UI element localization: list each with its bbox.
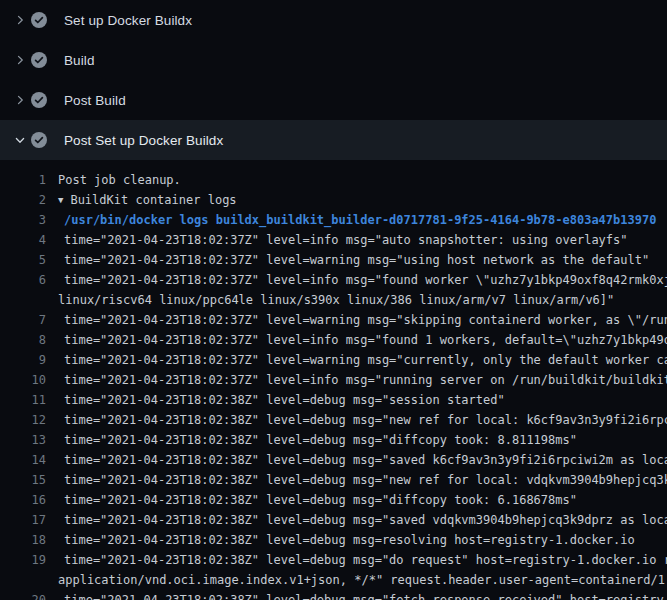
check-circle-icon — [31, 52, 47, 68]
line-number[interactable]: 19 — [0, 550, 46, 570]
log-line: 7 time="2021-04-23T18:02:37Z" level=warn… — [0, 310, 667, 330]
group-collapse-icon[interactable]: ▼ — [58, 190, 63, 210]
line-number[interactable]: 9 — [0, 350, 46, 370]
chevron-icon — [12, 12, 28, 28]
log-text: time="2021-04-23T18:02:38Z" level=debug … — [64, 550, 667, 570]
check-circle-icon — [31, 132, 47, 148]
step-row[interactable]: Set up Docker Buildx — [0, 0, 667, 40]
line-number[interactable]: 4 — [0, 230, 46, 250]
line-number[interactable]: 7 — [0, 310, 46, 330]
log-line: 9 time="2021-04-23T18:02:37Z" level=warn… — [0, 350, 667, 370]
log-text: application/vnd.oci.image.index.v1+json,… — [58, 570, 667, 590]
log-line: 14 time="2021-04-23T18:02:38Z" level=deb… — [0, 450, 667, 470]
log-line: 10 time="2021-04-23T18:02:37Z" level=inf… — [0, 370, 667, 390]
log-line: 18 time="2021-04-23T18:02:38Z" level=deb… — [0, 530, 667, 550]
log-text: time="2021-04-23T18:02:37Z" level=warnin… — [64, 250, 649, 270]
log-line: 3 /usr/bin/docker logs buildx_buildkit_b… — [0, 210, 667, 230]
log-text: time="2021-04-23T18:02:38Z" level=debug … — [64, 430, 577, 450]
log-text: Post job cleanup. — [58, 170, 181, 190]
log-text: linux/riscv64 linux/ppc64le linux/s390x … — [58, 290, 614, 310]
step-row[interactable]: Build — [0, 40, 667, 80]
log-text: time="2021-04-23T18:02:38Z" level=debug … — [64, 590, 667, 600]
line-number[interactable]: 20 — [0, 590, 46, 600]
line-number[interactable]: 3 — [0, 210, 46, 230]
log-line: 20 time="2021-04-23T18:02:38Z" level=deb… — [0, 590, 667, 600]
log-text: time="2021-04-23T18:02:37Z" level=info m… — [64, 330, 667, 350]
step-row[interactable]: Post Build — [0, 80, 667, 120]
log-text: time="2021-04-23T18:02:38Z" level=debug … — [64, 510, 667, 530]
chevron-icon — [12, 92, 28, 108]
log-text: time="2021-04-23T18:02:37Z" level=info m… — [64, 370, 667, 390]
log-line: 8 time="2021-04-23T18:02:37Z" level=info… — [0, 330, 667, 350]
log-line: 19 time="2021-04-23T18:02:38Z" level=deb… — [0, 550, 667, 570]
log-scroll-area[interactable]: 1 Post job cleanup. 2 ▼ BuildKit contain… — [0, 160, 667, 600]
steps-list: Set up Docker Buildx Build P — [0, 0, 667, 160]
line-number[interactable] — [0, 290, 46, 310]
log-line: application/vnd.oci.image.index.v1+json,… — [0, 570, 667, 590]
line-number[interactable]: 8 — [0, 330, 46, 350]
log-text: time="2021-04-23T18:02:38Z" level=debug … — [64, 470, 667, 490]
step-label: Set up Docker Buildx — [64, 13, 192, 28]
line-number[interactable]: 2 — [0, 190, 46, 210]
line-number[interactable]: 1 — [0, 170, 46, 190]
line-number[interactable]: 14 — [0, 450, 46, 470]
line-number[interactable]: 6 — [0, 270, 46, 290]
line-number[interactable]: 16 — [0, 490, 46, 510]
log-line: 16 time="2021-04-23T18:02:38Z" level=deb… — [0, 490, 667, 510]
log-text: time="2021-04-23T18:02:37Z" level=info m… — [64, 230, 628, 250]
step-row[interactable]: Post Set up Docker Buildx — [0, 120, 667, 160]
line-number[interactable]: 17 — [0, 510, 46, 530]
check-circle-icon — [31, 92, 47, 108]
log-line: 4 time="2021-04-23T18:02:37Z" level=info… — [0, 230, 667, 250]
line-number[interactable]: 5 — [0, 250, 46, 270]
log-line: 1 Post job cleanup. — [0, 170, 667, 190]
check-circle-icon — [31, 12, 47, 28]
actions-log-viewer: Set up Docker Buildx Build P — [0, 0, 667, 600]
log-line: 17 time="2021-04-23T18:02:38Z" level=deb… — [0, 510, 667, 530]
line-number[interactable]: 10 — [0, 370, 46, 390]
log-text: /usr/bin/docker logs buildx_buildkit_bui… — [64, 210, 656, 230]
log-line: 13 time="2021-04-23T18:02:38Z" level=deb… — [0, 430, 667, 450]
log-line: 15 time="2021-04-23T18:02:38Z" level=deb… — [0, 470, 667, 490]
log-text: time="2021-04-23T18:02:38Z" level=debug … — [64, 390, 505, 410]
chevron-icon — [12, 132, 28, 148]
log-text: time="2021-04-23T18:02:38Z" level=debug … — [64, 530, 635, 550]
log-text: time="2021-04-23T18:02:37Z" level=info m… — [64, 270, 667, 290]
log-line: 12 time="2021-04-23T18:02:38Z" level=deb… — [0, 410, 667, 430]
step-label: Post Set up Docker Buildx — [64, 133, 223, 148]
log-text: time="2021-04-23T18:02:37Z" level=warnin… — [64, 350, 667, 370]
line-number[interactable]: 12 — [0, 410, 46, 430]
log-line: 2 ▼ BuildKit container logs — [0, 190, 667, 210]
line-number[interactable]: 18 — [0, 530, 46, 550]
log-line: linux/riscv64 linux/ppc64le linux/s390x … — [0, 290, 667, 310]
line-number[interactable] — [0, 570, 46, 590]
line-number[interactable]: 13 — [0, 430, 46, 450]
line-number[interactable]: 15 — [0, 470, 46, 490]
chevron-icon — [12, 52, 28, 68]
log-text: time="2021-04-23T18:02:38Z" level=debug … — [64, 490, 577, 510]
step-label: Build — [64, 53, 95, 68]
log-text: time="2021-04-23T18:02:38Z" level=debug … — [64, 450, 667, 470]
step-label: Post Build — [64, 93, 126, 108]
log-line: 6 time="2021-04-23T18:02:37Z" level=info… — [0, 270, 667, 290]
log-text: BuildKit container logs — [70, 190, 236, 210]
log-line: 11 time="2021-04-23T18:02:38Z" level=deb… — [0, 390, 667, 410]
log-text: time="2021-04-23T18:02:38Z" level=debug … — [64, 410, 667, 430]
log-line: 5 time="2021-04-23T18:02:37Z" level=warn… — [0, 250, 667, 270]
line-number[interactable]: 11 — [0, 390, 46, 410]
log-text: time="2021-04-23T18:02:37Z" level=warnin… — [64, 310, 667, 330]
